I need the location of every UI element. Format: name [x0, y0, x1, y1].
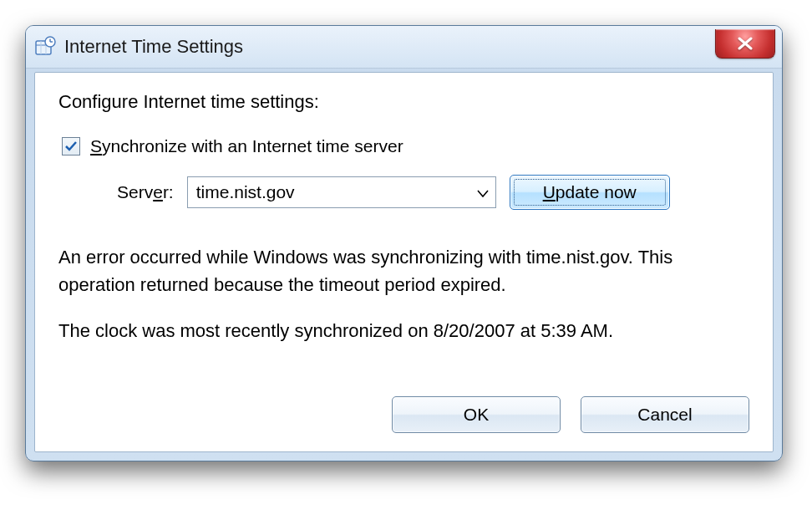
status-error-text: An error occurred while Windows was sync…	[58, 243, 749, 298]
chevron-down-icon	[477, 182, 489, 202]
instruction-text: Configure Internet time settings:	[58, 91, 749, 113]
sync-checkbox-label[interactable]: Synchronize with an Internet time server	[90, 136, 403, 156]
close-icon	[736, 37, 754, 50]
ok-button[interactable]: OK	[392, 396, 561, 433]
sync-checkbox[interactable]	[62, 137, 80, 155]
server-combobox-value: time.nist.gov	[196, 182, 295, 202]
dialog-button-row: OK Cancel	[392, 396, 749, 433]
close-button[interactable]	[715, 29, 775, 59]
server-row: Server: time.nist.gov Update now	[117, 175, 749, 210]
update-now-button[interactable]: Update now	[510, 175, 670, 210]
server-combobox[interactable]: time.nist.gov	[187, 176, 496, 208]
status-last-sync-text: The clock was most recently synchronized…	[58, 317, 749, 344]
cancel-button[interactable]: Cancel	[581, 396, 749, 433]
titlebar[interactable]: Internet Time Settings	[26, 26, 782, 69]
server-label: Server:	[117, 182, 174, 202]
dialog-window: Internet Time Settings Configure Interne…	[25, 25, 783, 461]
window-title: Internet Time Settings	[64, 36, 243, 58]
sync-option-row: Synchronize with an Internet time server	[62, 136, 749, 156]
time-settings-icon	[34, 36, 56, 58]
client-area: Configure Internet time settings: Synchr…	[34, 72, 774, 452]
checkmark-icon	[64, 140, 78, 153]
